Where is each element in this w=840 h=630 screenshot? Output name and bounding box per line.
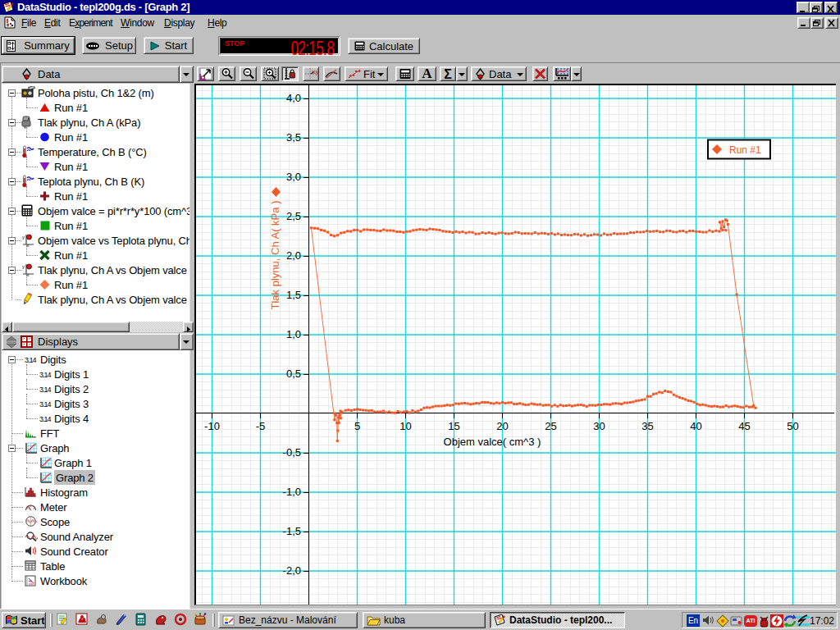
svg-text:-2,0: -2,0 — [283, 564, 301, 577]
svg-text:-1,5: -1,5 — [283, 525, 301, 537]
svg-text:-0,5: -0,5 — [283, 446, 301, 459]
svg-text:35: 35 — [641, 420, 653, 432]
svg-text:-10: -10 — [204, 420, 220, 432]
svg-text:15: 15 — [448, 420, 459, 432]
svg-text:10: 10 — [399, 420, 411, 432]
svg-text:Run #1: Run #1 — [729, 144, 761, 156]
svg-text:50: 50 — [787, 420, 798, 432]
svg-text:2,0: 2,0 — [286, 249, 301, 262]
svg-text:20: 20 — [496, 420, 508, 432]
svg-text:Objem valce( cm^3 ): Objem valce( cm^3 ) — [444, 436, 541, 448]
svg-text:45: 45 — [738, 420, 750, 432]
svg-text:3.14: 3.14 — [25, 356, 37, 363]
svg-text:5: 5 — [354, 420, 360, 432]
svg-text:3,0: 3,0 — [286, 171, 301, 183]
svg-text:-1,0: -1,0 — [283, 486, 301, 498]
svg-text:y: y — [22, 235, 25, 240]
svg-text:3,5: 3,5 — [286, 131, 301, 144]
svg-text:30: 30 — [593, 420, 605, 432]
svg-text:3.14: 3.14 — [39, 371, 52, 378]
svg-text:0,5: 0,5 — [286, 368, 301, 380]
svg-text:1,5: 1,5 — [286, 289, 301, 301]
svg-text:25: 25 — [545, 420, 556, 432]
svg-text:3.14: 3.14 — [39, 400, 52, 408]
svg-text:3.14: 3.14 — [39, 386, 52, 393]
svg-text:xy: xy — [312, 69, 318, 75]
svg-text:3.14: 3.14 — [39, 415, 52, 422]
svg-text:Tlak plynu, Ch A( kPa ): Tlak plynu, Ch A( kPa ) — [269, 201, 281, 310]
svg-text:4,0: 4,0 — [286, 92, 301, 104]
svg-text:2,5: 2,5 — [286, 210, 301, 222]
svg-text:1,0: 1,0 — [286, 328, 301, 340]
svg-text:y: y — [22, 264, 25, 269]
svg-text:-5: -5 — [256, 420, 266, 432]
svg-text:40: 40 — [690, 420, 701, 432]
